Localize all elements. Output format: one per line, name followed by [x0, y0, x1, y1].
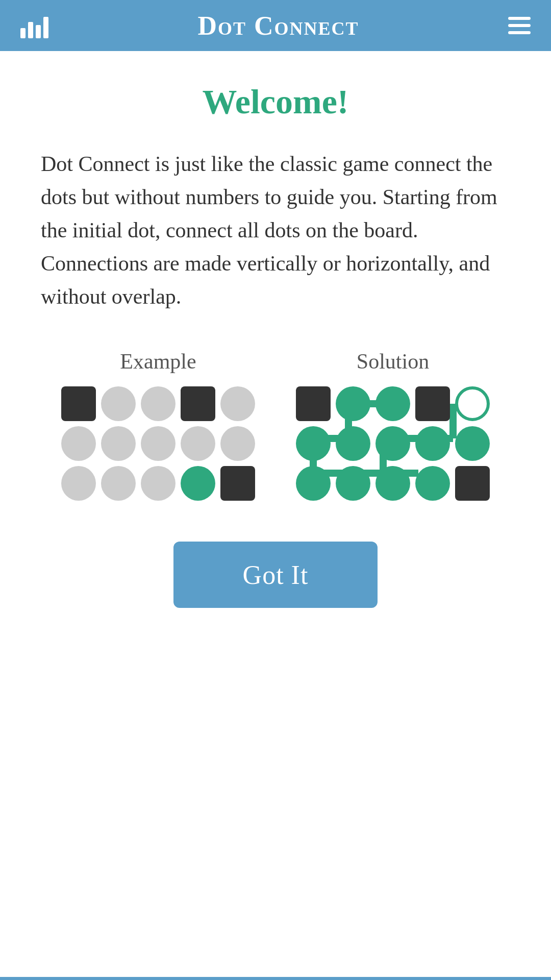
example-dot	[101, 386, 136, 421]
solution-dot	[455, 466, 490, 501]
solution-dot	[296, 386, 331, 421]
example-dot	[101, 426, 136, 461]
solution-grid-wrapper	[296, 386, 490, 501]
solution-dot-green	[336, 466, 370, 501]
got-it-button[interactable]: Got It	[173, 542, 378, 608]
example-dot	[220, 386, 255, 421]
example-dot	[101, 466, 136, 501]
solution-dot-outline	[455, 386, 490, 421]
examples-row: Example	[41, 349, 510, 501]
description-text: Dot Connect is just like the classic gam…	[41, 148, 510, 313]
solution-label: Solution	[357, 349, 429, 374]
example-grid	[61, 386, 255, 501]
example-dot	[61, 426, 96, 461]
solution-dot-green	[336, 386, 370, 421]
welcome-title: Welcome!	[41, 82, 510, 122]
solution-dot-green	[375, 466, 410, 501]
example-dot	[61, 386, 96, 421]
menu-icon[interactable]	[508, 17, 531, 34]
example-label: Example	[120, 349, 196, 374]
example-dot	[220, 426, 255, 461]
example-section: Example	[61, 349, 255, 501]
solution-dot	[415, 386, 450, 421]
solution-dot-green	[296, 466, 331, 501]
solution-dot-green	[415, 466, 450, 501]
example-dot	[181, 386, 215, 421]
solution-dot-green	[375, 426, 410, 461]
example-dot	[141, 386, 176, 421]
solution-dot-green	[336, 426, 370, 461]
solution-section: Solution	[296, 349, 490, 501]
main-content: Welcome! Dot Connect is just like the cl…	[0, 51, 551, 639]
solution-dot-green	[296, 426, 331, 461]
example-dot	[141, 426, 176, 461]
example-dot	[61, 466, 96, 501]
example-dot	[141, 466, 176, 501]
stats-icon[interactable]	[20, 13, 48, 38]
solution-dot-green	[455, 426, 490, 461]
app-header: Dot Connect	[0, 0, 551, 51]
bottom-bar	[0, 977, 551, 980]
example-dot	[181, 426, 215, 461]
solution-dot-green	[375, 386, 410, 421]
example-dot	[220, 466, 255, 501]
solution-grid	[296, 386, 490, 501]
app-title: Dot Connect	[197, 11, 359, 41]
solution-dot-green	[415, 426, 450, 461]
example-grid-wrapper	[61, 386, 255, 501]
example-dot-green	[181, 466, 215, 501]
